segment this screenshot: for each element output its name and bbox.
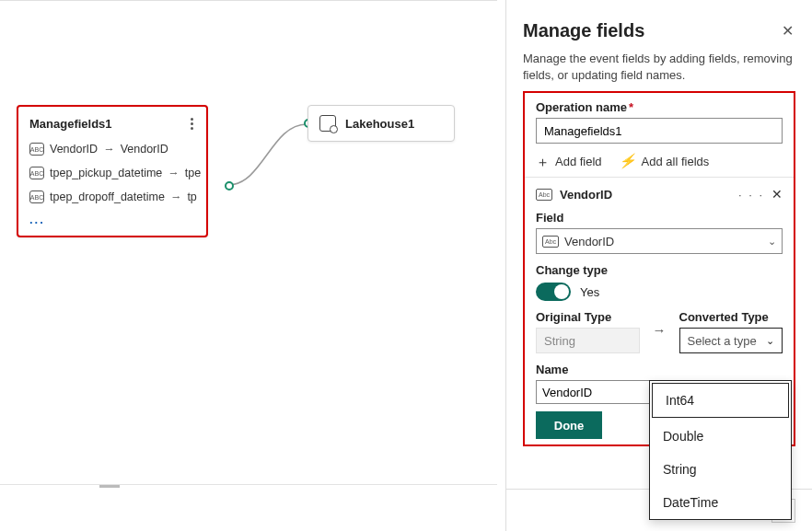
design-canvas[interactable]: Managefields1 ABC VendorID → VendorID AB…: [0, 0, 497, 531]
more-fields-ellipsis[interactable]: ...: [18, 209, 206, 236]
panel-title: Manage fields: [523, 20, 644, 41]
converted-type-placeholder: Select a type: [688, 334, 757, 348]
add-field-label: Add field: [555, 155, 602, 168]
plus-icon: ＋: [536, 155, 550, 168]
done-button[interactable]: Done: [536, 411, 602, 439]
operation-name-label: Operation name*: [536, 100, 633, 114]
panel-subtitle: Manage the event fields by adding fields…: [523, 51, 795, 84]
chevron-down-icon: ⌄: [768, 236, 776, 248]
more-icon[interactable]: [189, 116, 195, 132]
canvas-footer-divider: [0, 484, 497, 485]
type-option-datetime[interactable]: DateTime: [650, 486, 791, 519]
connector-line: [198, 111, 318, 203]
field-mapping-row: ABC tpep_dropoff_datetime → tp: [18, 185, 206, 209]
node-managefields[interactable]: Managefields1 ABC VendorID → VendorID AB…: [17, 105, 208, 237]
mapping-to: tpe: [185, 167, 201, 179]
lakehouse-icon: [319, 115, 336, 132]
type-option-double[interactable]: Double: [650, 420, 791, 453]
field-type-icon: ABC: [29, 143, 44, 156]
add-field-button[interactable]: ＋ Add field: [536, 155, 602, 168]
change-type-label: Change type: [536, 263, 783, 277]
original-type-label: Original Type: [536, 310, 640, 324]
mapping-from: tpep_pickup_datetime: [50, 167, 162, 179]
field-select-value: VendorID: [564, 235, 614, 248]
type-option-string[interactable]: String: [650, 453, 791, 486]
chevron-down-icon: ⌄: [766, 335, 774, 347]
field-block-title: VendorID: [560, 188, 731, 202]
mapping-to: tp: [187, 190, 196, 203]
add-all-fields-button[interactable]: ⚡ Add all fields: [619, 153, 710, 169]
remove-field-icon[interactable]: ✕: [771, 187, 783, 202]
name-input[interactable]: [536, 380, 654, 404]
type-option-int64[interactable]: Int64: [652, 383, 789, 418]
bolt-icon: ⚡: [619, 153, 636, 169]
node-title: Lakehouse1: [345, 117, 414, 131]
close-icon[interactable]: ✕: [780, 20, 795, 41]
converted-type-select[interactable]: Select a type ⌄: [679, 328, 783, 353]
original-type-value: String: [536, 328, 640, 353]
mapping-from: VendorID: [50, 143, 98, 156]
field-select[interactable]: Abc VendorID ⌄: [536, 228, 783, 254]
manage-fields-panel: Manage fields ✕ Manage the event fields …: [505, 0, 812, 531]
add-all-fields-label: Add all fields: [642, 155, 710, 168]
field-type-icon: ABC: [29, 167, 44, 179]
arrow-right-icon: →: [168, 167, 180, 179]
field-mapping-row: ABC tpep_pickup_datetime → tpe: [18, 161, 206, 185]
arrow-right-icon: →: [653, 322, 667, 341]
type-dropdown: Int64 Double String DateTime: [649, 380, 792, 520]
mapping-from: tpep_dropoff_datetime: [50, 190, 165, 203]
operation-name-input[interactable]: [536, 118, 783, 144]
string-type-icon: Abc: [542, 236, 559, 248]
canvas-tab-handle[interactable]: [99, 485, 120, 488]
field-type-icon: ABC: [29, 190, 44, 203]
change-type-toggle[interactable]: [536, 283, 571, 301]
output-port[interactable]: [225, 181, 234, 190]
string-type-icon: Abc: [536, 189, 552, 201]
change-type-value: Yes: [580, 285, 599, 299]
more-icon[interactable]: · · ·: [738, 188, 764, 202]
node-title: Managefields1: [29, 117, 112, 131]
arrow-right-icon: →: [103, 143, 115, 156]
node-lakehouse[interactable]: Lakehouse1: [307, 105, 455, 142]
field-mapping-row: ABC VendorID → VendorID: [18, 137, 206, 161]
converted-type-label: Converted Type: [679, 310, 783, 324]
field-dropdown-label: Field: [536, 211, 783, 225]
mapping-to: VendorID: [121, 143, 168, 156]
arrow-right-icon: →: [170, 190, 182, 203]
name-label: Name: [536, 363, 783, 376]
